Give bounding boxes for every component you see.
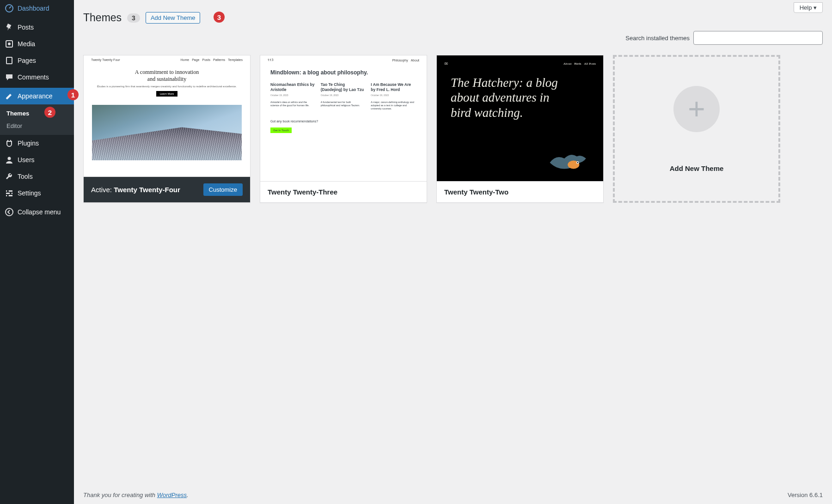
dashboard-icon <box>5 4 14 13</box>
bird-icon <box>548 149 589 176</box>
menu-label: Appearance <box>18 92 53 100</box>
themes-count: 3 <box>127 13 140 23</box>
footer-text: Thank you for creating with <box>83 492 157 498</box>
menu-label: Posts <box>18 24 34 31</box>
plugin-icon <box>5 139 14 148</box>
menu-label: Plugins <box>18 140 39 147</box>
annotation-badge-3: 3 <box>214 12 225 23</box>
theme-screenshot: tt3 Philosophy About Mindblown: a blog a… <box>260 55 427 181</box>
add-card-label: Add New Theme <box>670 164 724 172</box>
collapse-menu[interactable]: Collapse menu <box>0 204 74 220</box>
svg-point-4 <box>8 157 11 160</box>
add-theme-card[interactable]: + Add New Theme <box>613 55 780 203</box>
menu-label: Settings <box>18 189 41 197</box>
menu-label: Pages <box>18 57 36 64</box>
theme-name: Twenty Twenty-Four <box>114 186 180 194</box>
page-icon <box>5 56 14 65</box>
menu-pages[interactable]: Pages <box>0 52 74 69</box>
svg-rect-3 <box>6 57 12 64</box>
submenu-label: Themes <box>6 110 29 117</box>
menu-comments[interactable]: Comments <box>0 69 74 85</box>
version-text: Version 6.6.1 <box>788 492 823 498</box>
plus-icon: + <box>673 86 720 132</box>
comment-icon <box>5 73 14 82</box>
submenu-editor[interactable]: Editor <box>0 120 74 132</box>
user-icon <box>5 155 14 164</box>
menu-media[interactable]: Media <box>0 36 74 52</box>
svg-point-14 <box>577 162 578 164</box>
customize-button[interactable]: Customize <box>203 183 243 196</box>
menu-users[interactable]: Users <box>0 152 74 168</box>
add-new-theme-button[interactable]: Add New Theme <box>146 12 201 24</box>
media-icon <box>5 39 14 49</box>
brush-icon <box>5 91 14 101</box>
theme-card[interactable]: tt3 Philosophy About Mindblown: a blog a… <box>260 55 427 203</box>
theme-name: Twenty Twenty-Two <box>444 188 508 196</box>
search-bar: Search installed themes <box>83 31 823 45</box>
menu-tools[interactable]: Tools <box>0 168 74 185</box>
svg-point-9 <box>10 193 12 194</box>
menu-label: Comments <box>18 73 49 81</box>
submenu-label: Editor <box>6 122 22 129</box>
menu-dashboard[interactable]: Dashboard <box>0 0 74 17</box>
logo-icon: ∞ <box>444 60 448 67</box>
wrench-icon <box>5 172 14 181</box>
ss-brand: tt3 <box>268 58 274 62</box>
settings-icon <box>5 188 14 198</box>
submenu-themes[interactable]: Themes 2 <box>0 107 74 120</box>
themes-grid: Twenty Twenty Four Home Page Posts Patte… <box>83 55 823 203</box>
building-image <box>92 105 242 160</box>
page-header: Themes 3 Add New Theme 3 <box>83 12 823 24</box>
menu-plugins[interactable]: Plugins <box>0 135 74 152</box>
theme-name: Twenty Twenty-Three <box>268 188 337 196</box>
menu-label: Users <box>18 156 35 164</box>
page-title: Themes <box>83 12 122 24</box>
main-content: Help ▾ Themes 3 Add New Theme 3 Search i… <box>74 0 832 486</box>
menu-appearance[interactable]: Appearance 1 <box>0 88 74 104</box>
theme-card[interactable]: ∞ About Birds All Posts The Hatchery: a … <box>436 55 604 203</box>
menu-posts[interactable]: Posts <box>0 19 74 36</box>
admin-sidebar: Dashboard Posts Media Pages Comments App… <box>0 0 74 504</box>
search-input[interactable] <box>693 31 823 45</box>
collapse-label: Collapse menu <box>18 208 61 216</box>
search-label: Search installed themes <box>625 35 690 42</box>
svg-point-2 <box>8 43 11 45</box>
appearance-submenu: Themes 2 Editor <box>0 104 74 135</box>
theme-screenshot: ∞ About Birds All Posts The Hatchery: a … <box>437 55 603 181</box>
theme-name-bar: Active: Twenty Twenty-Four Customize <box>84 176 250 202</box>
ss-brand: Twenty Twenty Four <box>91 58 120 61</box>
theme-screenshot: Twenty Twenty Four Home Page Posts Patte… <box>84 55 250 176</box>
menu-label: Media <box>18 40 35 48</box>
menu-label: Tools <box>18 173 33 180</box>
theme-card[interactable]: Twenty Twenty Four Home Page Posts Patte… <box>83 55 251 203</box>
menu-settings[interactable]: Settings <box>0 185 74 201</box>
annotation-badge-2: 2 <box>44 107 55 118</box>
svg-point-8 <box>7 190 9 192</box>
pin-icon <box>5 23 14 32</box>
svg-point-11 <box>6 208 13 216</box>
wordpress-link[interactable]: WordPress <box>157 492 187 498</box>
menu-label: Dashboard <box>18 5 49 12</box>
collapse-icon <box>5 207 14 217</box>
admin-footer: Thank you for creating with WordPress. V… <box>74 486 832 504</box>
svg-point-10 <box>7 195 9 197</box>
theme-name-bar: Twenty Twenty-Two <box>437 181 603 202</box>
active-label: Active: <box>91 186 114 194</box>
theme-name-bar: Twenty Twenty-Three <box>260 181 427 202</box>
